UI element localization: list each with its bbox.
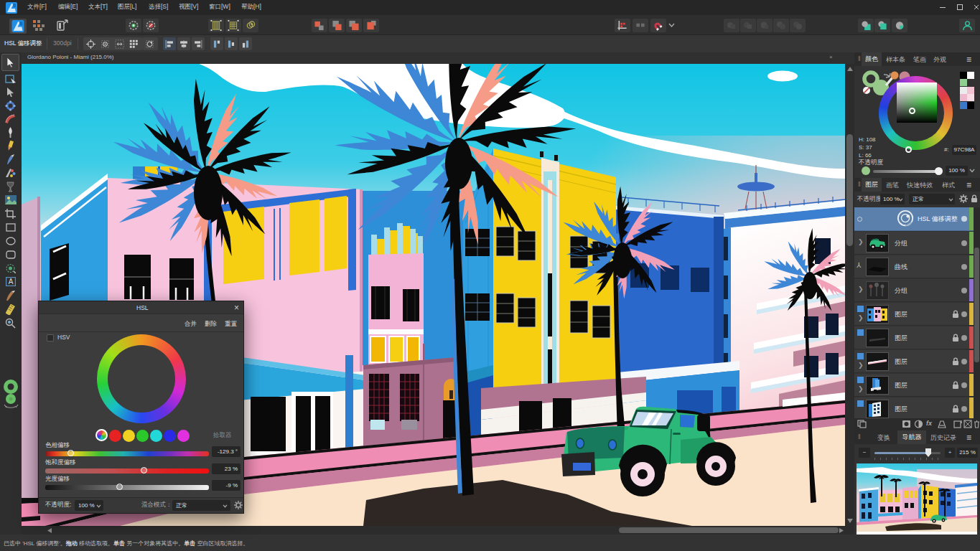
svg-text:A: A	[9, 278, 14, 286]
